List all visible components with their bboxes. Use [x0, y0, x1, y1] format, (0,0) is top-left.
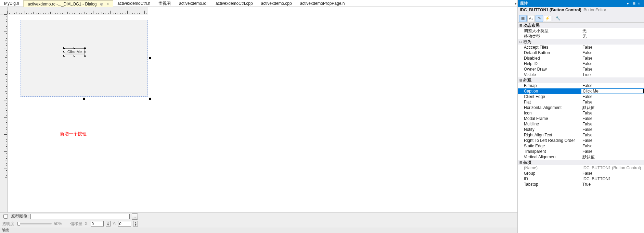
tab-demo-cpp[interactable]: activexdemo.cpp [257, 0, 296, 7]
property-value[interactable]: Click Me [581, 88, 644, 94]
property-value[interactable]: IDC_BUTTON1 [581, 176, 644, 181]
property-value[interactable]: False [581, 122, 644, 126]
collapse-icon[interactable]: ⊟ [518, 39, 523, 44]
property-row[interactable]: VisibleTrue [518, 72, 644, 77]
category-row[interactable]: ⊟行为 [518, 39, 644, 45]
property-value[interactable]: False [581, 61, 644, 66]
property-row[interactable]: Default ButtonFalse [518, 50, 644, 56]
output-tab[interactable]: 输出 [0, 228, 517, 233]
resize-handle-nw[interactable] [63, 47, 65, 49]
resize-handle-w[interactable] [63, 51, 65, 52]
property-value[interactable]: 默认值 [581, 105, 644, 111]
dialog-resize-e[interactable] [149, 57, 151, 59]
property-row[interactable]: Client EdgeFalse [518, 94, 644, 99]
dialog-canvas[interactable]: Click Me [8, 14, 517, 212]
property-row[interactable]: FlatFalse [518, 99, 644, 105]
tab-idl[interactable]: activexdemo.idl [175, 0, 211, 7]
property-value[interactable]: False [581, 67, 644, 72]
property-row[interactable]: 调整大小类型无 [518, 28, 644, 34]
property-value[interactable]: False [581, 94, 644, 99]
property-row[interactable]: TabstopTrue [518, 182, 644, 187]
categorized-icon[interactable]: ▦ [519, 15, 527, 22]
tab-dialog-designer[interactable]: activexdemo.rc -..._DIALOG1 - Dialog ⊕ × [23, 0, 113, 7]
selected-object-line[interactable]: IDC_BUTTON1 (Button Control) IButtonEdit… [518, 7, 644, 14]
alphabetical-icon[interactable]: A↓ [527, 15, 535, 22]
offset-y-spinner[interactable]: ▲▼ [133, 221, 138, 226]
vertical-ruler[interactable] [0, 14, 8, 212]
tab-classview[interactable]: 类视图 [154, 0, 175, 7]
property-row[interactable]: Modal FrameFalse [518, 116, 644, 121]
property-row[interactable]: Static EdgeFalse [518, 143, 644, 149]
property-value[interactable]: 默认值 [581, 154, 644, 160]
property-value[interactable]: False [581, 127, 644, 132]
property-value[interactable]: False [581, 50, 644, 55]
property-grid[interactable]: ⊟动态布局调整大小类型无移动类型无⊟行为Acccept FilesFalseDe… [518, 23, 644, 233]
collapse-icon[interactable]: ⊟ [518, 78, 523, 83]
property-row[interactable]: Help IDFalse [518, 61, 644, 66]
property-value[interactable]: False [581, 45, 644, 50]
button-control[interactable]: Click Me [65, 48, 85, 55]
property-row[interactable]: GroupFalse [518, 171, 644, 176]
browse-button[interactable]: ... [132, 213, 138, 220]
tab-overflow-icon[interactable]: ▾ [514, 1, 517, 6]
property-value[interactable]: IDC_BUTTON1 (Button Control) [581, 165, 644, 170]
collapse-icon[interactable]: ⊟ [518, 160, 523, 165]
property-row[interactable]: Horizontal Alignment默认值 [518, 105, 644, 110]
category-row[interactable]: ⊟外观 [518, 77, 644, 83]
property-value[interactable]: True [581, 72, 644, 77]
property-value[interactable]: False [581, 100, 644, 105]
tab-ctrl-h[interactable]: activexdemoCtrl.h [113, 0, 154, 7]
resize-handle-e[interactable] [84, 51, 86, 52]
property-value[interactable]: True [581, 182, 644, 187]
pin-icon[interactable]: ⊕ [100, 2, 103, 7]
property-row[interactable]: NotifyFalse [518, 127, 644, 132]
property-row[interactable]: CaptionClick Me [518, 88, 644, 94]
property-value[interactable]: False [581, 83, 644, 88]
property-row[interactable]: Right To Left Reading OrderFalse [518, 138, 644, 143]
property-row[interactable]: DisabledFalse [518, 56, 644, 61]
property-value[interactable]: False [581, 138, 644, 143]
panel-pin-icon[interactable]: ⊟ [632, 1, 636, 5]
property-row[interactable]: MultilineFalse [518, 121, 644, 127]
property-value[interactable]: False [581, 133, 644, 137]
offset-x-input[interactable] [91, 221, 104, 226]
property-value[interactable]: False [581, 56, 644, 61]
category-row[interactable]: ⊟动态布局 [518, 23, 644, 28]
proto-checkbox[interactable] [3, 214, 8, 219]
property-row[interactable]: (Name)IDC_BUTTON1 (Button Control) [518, 165, 644, 171]
offset-x-spinner[interactable]: ▲▼ [106, 221, 111, 226]
proto-path-input[interactable] [30, 214, 130, 219]
property-value[interactable]: False [581, 144, 644, 148]
tab-proppage-h[interactable]: activexdemoPropPage.h [296, 0, 349, 7]
property-row[interactable]: 移动类型无 [518, 34, 644, 39]
dialog-frame[interactable]: Click Me [21, 20, 148, 97]
property-row[interactable]: TransparentFalse [518, 149, 644, 154]
property-row[interactable]: BitmapFalse [518, 83, 644, 88]
horizontal-ruler[interactable] [8, 7, 148, 14]
category-row[interactable]: ⊟杂项 [518, 160, 644, 165]
panel-close-icon[interactable]: × [638, 1, 642, 5]
property-value[interactable]: 无 [581, 34, 644, 39]
property-row[interactable]: Vertical Alignment默认值 [518, 154, 644, 160]
close-icon[interactable]: × [106, 2, 109, 7]
property-pages-icon[interactable]: 🔧 [554, 15, 562, 22]
resize-handle-se[interactable] [84, 55, 86, 57]
panel-menu-icon[interactable]: ▾ [627, 1, 631, 5]
properties-icon[interactable]: ✎ [536, 15, 543, 22]
panel-titlebar[interactable]: 属性 ▾ ⊟ × [518, 0, 644, 7]
property-value[interactable]: 无 [581, 28, 644, 34]
offset-y-input[interactable] [118, 221, 131, 226]
dialog-resize-se[interactable] [149, 98, 151, 100]
property-row[interactable]: IconFalse [518, 110, 644, 116]
collapse-icon[interactable]: ⊟ [518, 23, 523, 28]
resize-handle-n[interactable] [74, 47, 75, 49]
slider-thumb[interactable] [17, 222, 20, 226]
tab-mydlg[interactable]: MyDlg.h [0, 0, 23, 7]
property-value[interactable]: False [581, 116, 644, 121]
property-row[interactable]: Right Align TextFalse [518, 132, 644, 138]
property-row[interactable]: Owner DrawFalse [518, 66, 644, 72]
property-value[interactable]: False [581, 171, 644, 176]
events-icon[interactable]: ⚡ [544, 15, 551, 22]
opacity-slider[interactable] [17, 223, 52, 224]
resize-handle-sw[interactable] [63, 55, 65, 57]
